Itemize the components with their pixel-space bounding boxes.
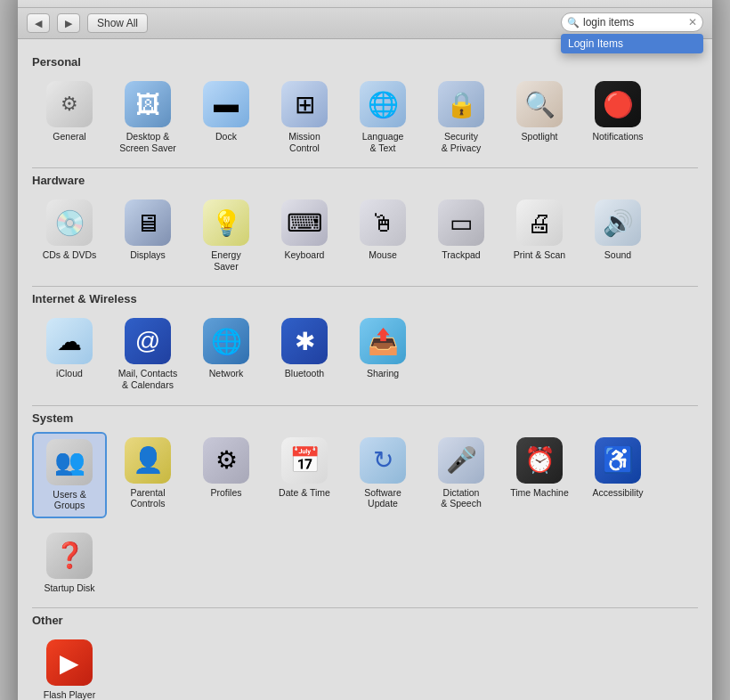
bluetooth-label: Bluetooth bbox=[285, 368, 324, 379]
print-icon: 🖨 bbox=[516, 199, 563, 246]
dock-label: Dock bbox=[215, 131, 237, 142]
search-box[interactable]: 🔍 login items ✕ bbox=[561, 12, 703, 32]
mail-label: Mail, Contacts& Calendars bbox=[118, 368, 178, 390]
mission-label: MissionControl bbox=[288, 131, 320, 153]
back-button[interactable]: ◀ bbox=[27, 13, 50, 33]
search-icon: 🔍 bbox=[567, 17, 580, 28]
parental-label: ParentalControls bbox=[130, 487, 165, 509]
displays-icon: 🖥 bbox=[125, 199, 171, 246]
icloud-label: iCloud bbox=[56, 368, 83, 379]
desktop-icon: 🖼 bbox=[125, 81, 171, 127]
section-other-label: Other bbox=[32, 614, 698, 627]
show-all-button[interactable]: Show All bbox=[87, 13, 148, 33]
pref-icon-dictation[interactable]: 🎤 Dictation& Speech bbox=[424, 432, 499, 518]
cds-label: CDs & DVDs bbox=[43, 249, 97, 261]
pref-icon-desktop[interactable]: 🖼 Desktop &Screen Saver bbox=[110, 76, 185, 159]
pref-icon-general[interactable]: ⚙ General bbox=[32, 76, 107, 159]
search-dropdown: Login Items bbox=[561, 34, 703, 53]
security-label: Security& Privacy bbox=[442, 131, 481, 153]
pref-icon-profiles[interactable]: ⚙ Profiles bbox=[189, 432, 264, 518]
flash-icon: ▶ bbox=[46, 639, 93, 686]
mouse-label: Mouse bbox=[369, 249, 397, 261]
mission-icon: ⊞ bbox=[281, 81, 328, 127]
pref-icon-mouse[interactable]: 🖱 Mouse bbox=[345, 194, 420, 277]
accessibility-label: Accessibility bbox=[592, 487, 643, 499]
section-internet-icons: ☁ iCloud @ Mail, Contacts& Calendars 🌐 N… bbox=[32, 313, 698, 395]
search-clear-button[interactable]: ✕ bbox=[688, 16, 697, 28]
users-label: Users &Groups bbox=[53, 489, 85, 511]
timemachine-icon: ⏰ bbox=[516, 437, 563, 484]
search-input[interactable]: login items bbox=[583, 16, 685, 28]
datetime-icon: 📅 bbox=[281, 437, 328, 484]
pref-icon-dock[interactable]: ▬ Dock bbox=[189, 76, 264, 159]
divider-internet-system bbox=[32, 405, 698, 406]
users-icon: 👥 bbox=[46, 439, 93, 485]
profiles-label: Profiles bbox=[210, 487, 241, 499]
pref-icon-mission[interactable]: ⊞ MissionControl bbox=[267, 76, 342, 159]
pref-icon-energy[interactable]: 💡 EnergySaver bbox=[189, 194, 264, 277]
software-icon: ↻ bbox=[360, 437, 406, 484]
pref-icon-cds[interactable]: 💿 CDs & DVDs bbox=[32, 194, 107, 277]
preferences-content: Personal ⚙ General 🖼 Desktop &Screen Sav… bbox=[18, 39, 712, 700]
pref-icon-language[interactable]: 🌐 Language& Text bbox=[345, 76, 420, 159]
pref-icon-sound[interactable]: 🔊 Sound bbox=[580, 194, 655, 277]
trackpad-label: Trackpad bbox=[442, 249, 480, 261]
spotlight-label: Spotlight bbox=[522, 131, 558, 142]
pref-icon-security[interactable]: 🔒 Security& Privacy bbox=[424, 76, 499, 159]
icloud-icon: ☁ bbox=[46, 318, 93, 364]
pref-icon-datetime[interactable]: 📅 Date & Time bbox=[267, 432, 342, 518]
pref-icon-notifications[interactable]: 🔴 Notifications bbox=[580, 76, 655, 159]
network-icon: 🌐 bbox=[203, 318, 249, 364]
language-icon: 🌐 bbox=[360, 81, 406, 127]
accessibility-icon: ♿ bbox=[595, 437, 641, 484]
pref-icon-displays[interactable]: 🖥 Displays bbox=[110, 194, 185, 277]
datetime-label: Date & Time bbox=[279, 487, 330, 499]
pref-icon-timemachine[interactable]: ⏰ Time Machine bbox=[502, 432, 577, 518]
notifications-icon: 🔴 bbox=[595, 81, 641, 127]
parental-icon: 👤 bbox=[125, 437, 171, 484]
pref-icon-startup[interactable]: ❓ Startup Disk bbox=[32, 527, 107, 599]
system-preferences-window: System Preferences ◀ ▶ Show All 🔍 login … bbox=[18, 0, 712, 700]
pref-icon-software[interactable]: ↻ SoftwareUpdate bbox=[345, 432, 420, 518]
dictation-label: Dictation& Speech bbox=[441, 487, 482, 509]
divider-personal-hardware bbox=[32, 167, 698, 168]
flash-label: Flash Player bbox=[44, 689, 95, 700]
section-personal-label: Personal bbox=[32, 55, 698, 69]
startup-icon: ❓ bbox=[46, 533, 93, 579]
pref-icon-spotlight[interactable]: 🔍 Spotlight bbox=[502, 76, 577, 159]
forward-button[interactable]: ▶ bbox=[57, 13, 80, 33]
pref-icon-users[interactable]: 👥 Users &Groups bbox=[32, 432, 107, 518]
pref-icon-keyboard[interactable]: ⌨ Keyboard bbox=[267, 194, 342, 277]
pref-icon-print[interactable]: 🖨 Print & Scan bbox=[502, 194, 577, 277]
keyboard-icon: ⌨ bbox=[281, 199, 328, 246]
displays-label: Displays bbox=[130, 249, 166, 261]
toolbar: ◀ ▶ Show All 🔍 login items ✕ Login Items bbox=[18, 8, 712, 39]
profiles-icon: ⚙ bbox=[203, 437, 249, 484]
pref-icon-network[interactable]: 🌐 Network bbox=[189, 313, 264, 395]
sharing-icon: 📤 bbox=[360, 318, 406, 364]
network-label: Network bbox=[209, 368, 244, 379]
keyboard-label: Keyboard bbox=[285, 249, 325, 261]
pref-icon-parental[interactable]: 👤 ParentalControls bbox=[110, 432, 185, 518]
general-icon: ⚙ bbox=[46, 81, 93, 127]
pref-icon-sharing[interactable]: 📤 Sharing bbox=[345, 313, 420, 395]
mouse-icon: 🖱 bbox=[360, 199, 406, 246]
divider-system-other bbox=[32, 607, 698, 608]
bluetooth-icon: ✱ bbox=[281, 318, 328, 364]
section-system-icons: 👥 Users &Groups 👤 ParentalControls ⚙ Pro… bbox=[32, 432, 698, 518]
dock-icon: ▬ bbox=[203, 81, 249, 127]
search-container: 🔍 login items ✕ Login Items bbox=[561, 12, 703, 32]
sound-label: Sound bbox=[604, 249, 631, 261]
pref-icon-bluetooth[interactable]: ✱ Bluetooth bbox=[267, 313, 342, 395]
section-hardware-icons: 💿 CDs & DVDs 🖥 Displays 💡 EnergySaver ⌨ … bbox=[32, 194, 698, 277]
pref-icon-mail[interactable]: @ Mail, Contacts& Calendars bbox=[110, 313, 185, 395]
pref-icon-trackpad[interactable]: ▭ Trackpad bbox=[424, 194, 499, 277]
dropdown-item-login-items[interactable]: Login Items bbox=[561, 34, 703, 53]
pref-icon-icloud[interactable]: ☁ iCloud bbox=[32, 313, 107, 395]
pref-icon-accessibility[interactable]: ♿ Accessibility bbox=[580, 432, 655, 518]
section-hardware-label: Hardware bbox=[32, 174, 698, 187]
startup-label: Startup Disk bbox=[44, 582, 94, 594]
pref-icon-flash[interactable]: ▶ Flash Player bbox=[32, 634, 107, 700]
energy-label: EnergySaver bbox=[211, 249, 240, 272]
dictation-icon: 🎤 bbox=[438, 437, 484, 484]
